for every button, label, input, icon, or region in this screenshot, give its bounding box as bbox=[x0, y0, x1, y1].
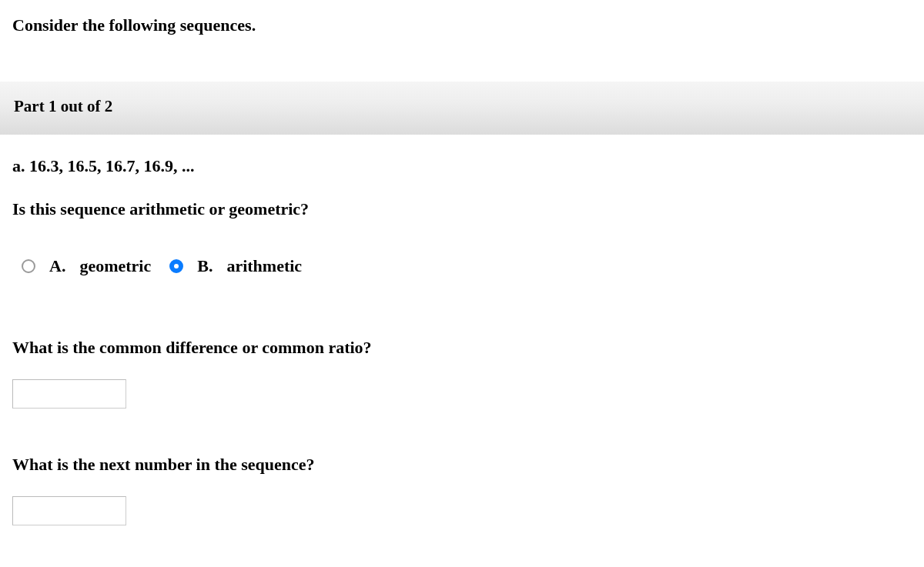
common-diff-input[interactable] bbox=[12, 379, 126, 409]
option-b[interactable]: B. arithmetic bbox=[169, 256, 302, 276]
next-number-question: What is the next number in the sequence? bbox=[12, 455, 912, 475]
question-type-prompt: Is this sequence arithmetic or geometric… bbox=[12, 199, 912, 219]
part-header: Part 1 out of 2 bbox=[0, 82, 924, 135]
options-row: A. geometric B. arithmetic bbox=[12, 256, 912, 276]
next-number-block: What is the next number in the sequence? bbox=[12, 455, 912, 525]
next-number-input[interactable] bbox=[12, 496, 126, 525]
option-a-label: geometric bbox=[79, 256, 151, 276]
radio-checked-icon bbox=[169, 259, 183, 273]
radio-unchecked-icon bbox=[22, 259, 35, 273]
option-b-letter: B. bbox=[197, 256, 213, 276]
option-a-letter: A. bbox=[49, 256, 65, 276]
sequence-display: a. 16.3, 16.5, 16.7, 16.9, ... bbox=[12, 156, 912, 176]
option-b-label: arithmetic bbox=[226, 256, 302, 276]
option-a[interactable]: A. geometric bbox=[22, 256, 151, 276]
common-diff-question: What is the common difference or common … bbox=[12, 338, 912, 358]
common-diff-block: What is the common difference or common … bbox=[12, 338, 912, 409]
instruction-text: Consider the following sequences. bbox=[12, 15, 912, 35]
